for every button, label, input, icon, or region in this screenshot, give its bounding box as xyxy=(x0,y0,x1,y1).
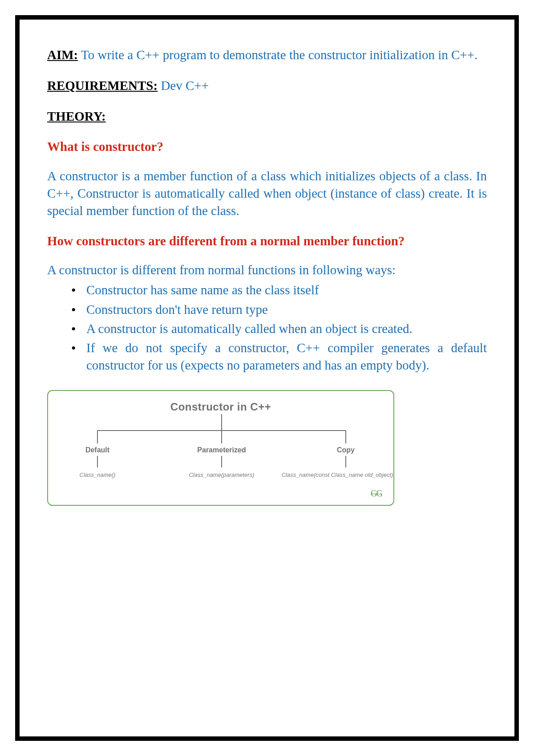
diagram-container: Constructor in C++ Default Parameterized… xyxy=(47,390,394,506)
q2-bullet-list: Constructor has same name as the class i… xyxy=(47,281,487,374)
diagram-line xyxy=(345,430,346,443)
constructor-diagram: Constructor in C++ Default Parameterized… xyxy=(47,390,394,506)
diagram-branch-sub: Class_name(parameters) xyxy=(189,471,255,479)
q1-heading: What is constructor? xyxy=(47,138,487,154)
q2-intro: A constructor is different from normal f… xyxy=(47,261,487,279)
diagram-line xyxy=(221,456,222,467)
diagram-branch-label: Default xyxy=(85,445,109,455)
aim-section: AIM: To write a C++ program to demonstra… xyxy=(47,46,487,64)
aim-text: To write a C++ program to demonstrate th… xyxy=(81,48,477,62)
requirements-text: Dev C++ xyxy=(161,78,209,93)
diagram-line xyxy=(221,414,222,430)
page: AIM: To write a C++ program to demonstra… xyxy=(0,0,534,756)
diagram-line xyxy=(97,430,98,443)
diagram-line xyxy=(345,456,346,467)
document-content: AIM: To write a C++ program to demonstra… xyxy=(47,46,487,506)
requirements-label: REQUIREMENTS: xyxy=(47,78,158,93)
page-frame: AIM: To write a C++ program to demonstra… xyxy=(15,15,519,741)
list-item: If we do not specify a constructor, C++ … xyxy=(72,339,487,374)
diagram-line xyxy=(221,430,222,443)
theory-label: THEORY: xyxy=(47,109,106,123)
list-item: A constructor is automatically called wh… xyxy=(72,320,487,337)
q2-heading: How constructors are different from a no… xyxy=(47,233,487,249)
diagram-branch-label: Parameterized xyxy=(197,445,246,455)
diagram-title: Constructor in C++ xyxy=(48,400,393,414)
q1-paragraph: A constructor is a member function of a … xyxy=(47,167,487,219)
aim-label: AIM: xyxy=(47,48,78,62)
requirements-section: REQUIREMENTS: Dev C++ xyxy=(47,77,487,94)
diagram-line xyxy=(97,456,98,467)
list-item: Constructor has same name as the class i… xyxy=(72,281,487,299)
list-item: Constructors don't have return type xyxy=(72,301,487,318)
theory-section: THEORY: xyxy=(47,108,487,125)
diagram-branch-label: Copy xyxy=(337,445,355,455)
diagram-branch-sub: Class_name() xyxy=(80,471,116,479)
diagram-watermark: GG xyxy=(371,488,382,500)
diagram-branch-sub: Class_name(const Class_name old_object) xyxy=(282,471,393,479)
